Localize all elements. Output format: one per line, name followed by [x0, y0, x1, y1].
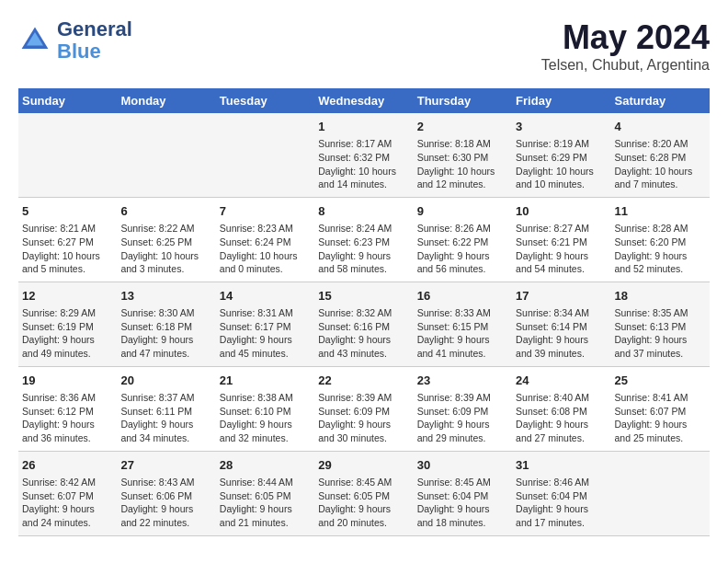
day-info: Sunrise: 8:20 AM Sunset: 6:28 PM Dayligh…: [615, 137, 706, 191]
day-info: Sunrise: 8:35 AM Sunset: 6:13 PM Dayligh…: [615, 306, 706, 361]
logo: GeneralBlue: [18, 18, 132, 63]
main-title: May 2024: [541, 18, 710, 57]
weekday-header: Monday: [117, 88, 215, 113]
day-info: Sunrise: 8:17 AM Sunset: 6:32 PM Dayligh…: [318, 137, 409, 191]
day-info: Sunrise: 8:44 AM Sunset: 6:05 PM Dayligh…: [220, 476, 311, 530]
day-number: 14: [220, 288, 311, 304]
day-number: 24: [516, 373, 607, 389]
day-info: Sunrise: 8:21 AM Sunset: 6:27 PM Dayligh…: [22, 222, 113, 276]
day-number: 16: [417, 288, 508, 304]
calendar-cell: 7Sunrise: 8:23 AM Sunset: 6:24 PM Daylig…: [216, 197, 314, 282]
calendar-cell: 17Sunrise: 8:34 AM Sunset: 6:14 PM Dayli…: [512, 282, 610, 366]
calendar-cell: 15Sunrise: 8:32 AM Sunset: 6:16 PM Dayli…: [314, 282, 413, 366]
day-info: Sunrise: 8:45 AM Sunset: 6:04 PM Dayligh…: [417, 476, 508, 530]
day-number: 28: [220, 457, 311, 474]
day-number: 13: [120, 288, 211, 304]
title-block: May 2024 Telsen, Chubut, Argentina: [541, 18, 710, 74]
day-number: 15: [318, 288, 409, 304]
calendar-week-row: 1Sunrise: 8:17 AM Sunset: 6:32 PM Daylig…: [18, 113, 710, 197]
day-number: 25: [615, 373, 706, 389]
page-header: GeneralBlue May 2024 Telsen, Chubut, Arg…: [18, 18, 710, 74]
calendar-week-row: 26Sunrise: 8:42 AM Sunset: 6:07 PM Dayli…: [18, 451, 710, 535]
day-number: 19: [22, 373, 113, 389]
day-number: 18: [615, 288, 706, 304]
calendar-cell: 13Sunrise: 8:30 AM Sunset: 6:18 PM Dayli…: [117, 282, 215, 366]
calendar-table: SundayMondayTuesdayWednesdayThursdayFrid…: [18, 88, 710, 536]
calendar-cell: 16Sunrise: 8:33 AM Sunset: 6:15 PM Dayli…: [414, 282, 512, 366]
day-number: 7: [220, 203, 311, 220]
calendar-cell: 24Sunrise: 8:40 AM Sunset: 6:08 PM Dayli…: [512, 366, 610, 451]
weekday-header: Thursday: [414, 88, 512, 113]
calendar-cell: 9Sunrise: 8:26 AM Sunset: 6:22 PM Daylig…: [414, 197, 512, 282]
day-number: 20: [120, 373, 211, 389]
calendar-cell: 2Sunrise: 8:18 AM Sunset: 6:30 PM Daylig…: [414, 113, 512, 197]
day-number: 30: [417, 457, 508, 474]
calendar-cell: 26Sunrise: 8:42 AM Sunset: 6:07 PM Dayli…: [18, 451, 117, 535]
day-number: 3: [516, 119, 607, 135]
calendar-cell: 14Sunrise: 8:31 AM Sunset: 6:17 PM Dayli…: [216, 282, 314, 366]
subtitle: Telsen, Chubut, Argentina: [541, 57, 710, 74]
day-info: Sunrise: 8:40 AM Sunset: 6:08 PM Dayligh…: [516, 391, 607, 445]
day-info: Sunrise: 8:39 AM Sunset: 6:09 PM Dayligh…: [417, 391, 508, 445]
calendar-cell: 30Sunrise: 8:45 AM Sunset: 6:04 PM Dayli…: [414, 451, 512, 535]
day-number: 2: [417, 119, 508, 135]
day-number: 26: [22, 457, 113, 474]
calendar-cell: 29Sunrise: 8:45 AM Sunset: 6:05 PM Dayli…: [314, 451, 413, 535]
calendar-cell: 4Sunrise: 8:20 AM Sunset: 6:28 PM Daylig…: [611, 113, 710, 197]
day-info: Sunrise: 8:43 AM Sunset: 6:06 PM Dayligh…: [120, 476, 211, 530]
day-info: Sunrise: 8:23 AM Sunset: 6:24 PM Dayligh…: [220, 222, 311, 276]
calendar-cell: [216, 113, 314, 197]
day-info: Sunrise: 8:42 AM Sunset: 6:07 PM Dayligh…: [22, 476, 113, 530]
day-number: 8: [318, 203, 409, 220]
day-number: 23: [417, 373, 508, 389]
day-number: 17: [516, 288, 607, 304]
calendar-cell: 31Sunrise: 8:46 AM Sunset: 6:04 PM Dayli…: [512, 451, 610, 535]
day-number: 12: [22, 288, 113, 304]
day-info: Sunrise: 8:29 AM Sunset: 6:19 PM Dayligh…: [22, 306, 113, 361]
calendar-cell: 23Sunrise: 8:39 AM Sunset: 6:09 PM Dayli…: [414, 366, 512, 451]
calendar-cell: 6Sunrise: 8:22 AM Sunset: 6:25 PM Daylig…: [117, 197, 215, 282]
day-info: Sunrise: 8:30 AM Sunset: 6:18 PM Dayligh…: [120, 306, 211, 361]
logo-icon: [18, 24, 51, 57]
calendar-cell: [117, 113, 215, 197]
day-info: Sunrise: 8:41 AM Sunset: 6:07 PM Dayligh…: [615, 391, 706, 445]
calendar-cell: 21Sunrise: 8:38 AM Sunset: 6:10 PM Dayli…: [216, 366, 314, 451]
day-number: 10: [516, 203, 607, 220]
calendar-week-row: 19Sunrise: 8:36 AM Sunset: 6:12 PM Dayli…: [18, 366, 710, 451]
day-number: 6: [120, 203, 211, 220]
weekday-header-row: SundayMondayTuesdayWednesdayThursdayFrid…: [18, 88, 710, 113]
calendar-cell: 20Sunrise: 8:37 AM Sunset: 6:11 PM Dayli…: [117, 366, 215, 451]
day-number: 22: [318, 373, 409, 389]
weekday-header: Tuesday: [216, 88, 314, 113]
calendar-week-row: 5Sunrise: 8:21 AM Sunset: 6:27 PM Daylig…: [18, 197, 710, 282]
calendar-cell: 10Sunrise: 8:27 AM Sunset: 6:21 PM Dayli…: [512, 197, 610, 282]
calendar-cell: 8Sunrise: 8:24 AM Sunset: 6:23 PM Daylig…: [314, 197, 413, 282]
day-number: 4: [615, 119, 706, 135]
calendar-cell: 18Sunrise: 8:35 AM Sunset: 6:13 PM Dayli…: [611, 282, 710, 366]
calendar-cell: [611, 451, 710, 535]
weekday-header: Wednesday: [314, 88, 413, 113]
day-info: Sunrise: 8:28 AM Sunset: 6:20 PM Dayligh…: [615, 222, 706, 276]
day-info: Sunrise: 8:38 AM Sunset: 6:10 PM Dayligh…: [220, 391, 311, 445]
calendar-cell: 12Sunrise: 8:29 AM Sunset: 6:19 PM Dayli…: [18, 282, 117, 366]
day-info: Sunrise: 8:24 AM Sunset: 6:23 PM Dayligh…: [318, 222, 409, 276]
calendar-cell: 11Sunrise: 8:28 AM Sunset: 6:20 PM Dayli…: [611, 197, 710, 282]
day-info: Sunrise: 8:26 AM Sunset: 6:22 PM Dayligh…: [417, 222, 508, 276]
weekday-header: Sunday: [18, 88, 117, 113]
calendar-cell: 28Sunrise: 8:44 AM Sunset: 6:05 PM Dayli…: [216, 451, 314, 535]
day-info: Sunrise: 8:22 AM Sunset: 6:25 PM Dayligh…: [120, 222, 211, 276]
weekday-header: Saturday: [611, 88, 710, 113]
day-info: Sunrise: 8:27 AM Sunset: 6:21 PM Dayligh…: [516, 222, 607, 276]
calendar-cell: 3Sunrise: 8:19 AM Sunset: 6:29 PM Daylig…: [512, 113, 610, 197]
day-info: Sunrise: 8:18 AM Sunset: 6:30 PM Dayligh…: [417, 137, 508, 191]
calendar-cell: [18, 113, 117, 197]
day-number: 29: [318, 457, 409, 474]
day-info: Sunrise: 8:34 AM Sunset: 6:14 PM Dayligh…: [516, 306, 607, 361]
day-number: 31: [516, 457, 607, 474]
day-number: 27: [120, 457, 211, 474]
day-info: Sunrise: 8:36 AM Sunset: 6:12 PM Dayligh…: [22, 391, 113, 445]
day-number: 11: [615, 203, 706, 220]
day-number: 5: [22, 203, 113, 220]
calendar-cell: 25Sunrise: 8:41 AM Sunset: 6:07 PM Dayli…: [611, 366, 710, 451]
calendar-cell: 22Sunrise: 8:39 AM Sunset: 6:09 PM Dayli…: [314, 366, 413, 451]
